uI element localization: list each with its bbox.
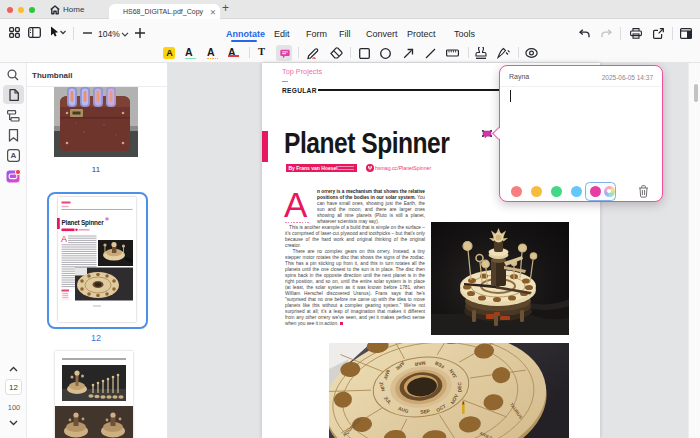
svg-text:A: A — [11, 151, 17, 160]
svg-text:DEC: DEC — [457, 381, 462, 392]
svg-text:A: A — [61, 234, 67, 244]
svg-text:Planet Spinner: Planet Spinner — [62, 219, 105, 227]
